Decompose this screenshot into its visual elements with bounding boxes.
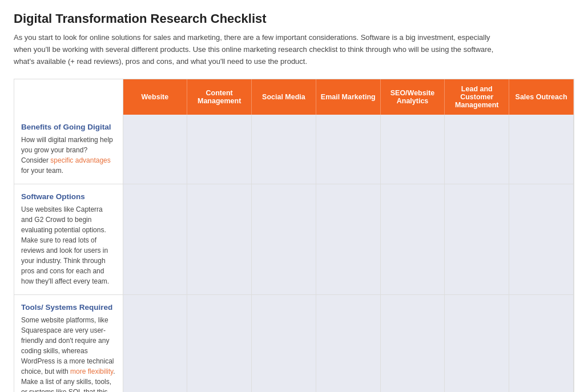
row-label-tools: Tools/ Systems Required Some website pla… <box>14 295 123 392</box>
cell-benefits-content <box>187 115 252 184</box>
page-intro: As you start to look for online solution… <box>14 32 505 67</box>
table-row: Tools/ Systems Required Some website pla… <box>14 295 574 392</box>
cell-software-social <box>252 184 316 295</box>
row-title-benefits: Benefits of Going Digital <box>21 123 116 131</box>
cell-software-sales <box>509 184 574 295</box>
cell-tools-email <box>316 295 380 392</box>
tools-link[interactable]: more flexibility <box>70 367 113 375</box>
table-header-row: Website Content Management Social Media … <box>14 79 574 115</box>
row-desc-software: Use websites like Capterra and G2 Crowd … <box>21 204 116 286</box>
checklist-table-wrapper: Website Content Management Social Media … <box>14 79 574 392</box>
row-label-software: Software Options Use websites like Capte… <box>14 184 123 295</box>
col-header-label <box>14 79 123 115</box>
row-desc-tools: Some website platforms, like Squarespace… <box>21 315 116 392</box>
cell-tools-content <box>187 295 252 392</box>
cell-tools-social <box>252 295 316 392</box>
col-header-content: Content Management <box>187 79 252 115</box>
cell-benefits-email <box>316 115 380 184</box>
page-title: Digital Transformation Research Checklis… <box>14 11 574 26</box>
cell-software-website <box>123 184 187 295</box>
cell-tools-seo <box>380 295 445 392</box>
col-header-seo: SEO/Website Analytics <box>380 79 445 115</box>
cell-benefits-sales <box>509 115 574 184</box>
col-header-email: Email Marketing <box>316 79 380 115</box>
row-title-tools: Tools/ Systems Required <box>21 303 116 312</box>
checklist-table: Website Content Management Social Media … <box>14 79 574 392</box>
cell-software-content <box>187 184 252 295</box>
cell-tools-sales <box>509 295 574 392</box>
cell-benefits-social <box>252 115 316 184</box>
row-title-software: Software Options <box>21 192 116 201</box>
col-header-social: Social Media <box>252 79 316 115</box>
cell-benefits-website <box>123 115 187 184</box>
cell-tools-lead <box>445 295 509 392</box>
cell-software-seo <box>380 184 445 295</box>
benefits-link[interactable]: specific advantages <box>50 156 110 164</box>
cell-tools-website <box>123 295 187 392</box>
cell-benefits-lead <box>445 115 509 184</box>
col-header-lead: Lead and Customer Management <box>445 79 509 115</box>
cell-software-lead <box>445 184 509 295</box>
row-label-benefits: Benefits of Going Digital How will digit… <box>14 115 123 184</box>
table-row: Benefits of Going Digital How will digit… <box>14 115 574 184</box>
table-row: Software Options Use websites like Capte… <box>14 184 574 295</box>
cell-software-email <box>316 184 380 295</box>
col-header-website: Website <box>123 79 187 115</box>
col-header-sales: Sales Outreach <box>509 79 574 115</box>
cell-benefits-seo <box>380 115 445 184</box>
row-desc-benefits: How will digital marketing help you grow… <box>21 135 116 176</box>
